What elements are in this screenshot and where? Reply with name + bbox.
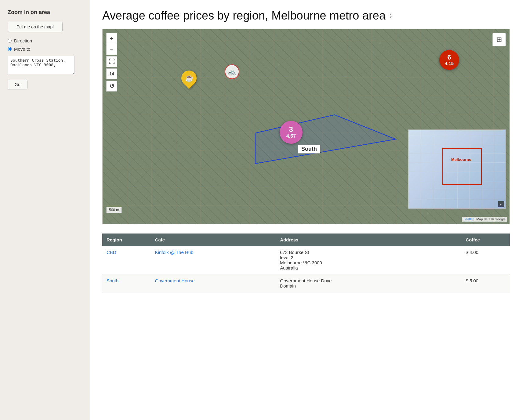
direction-label: Direction bbox=[14, 38, 32, 43]
col-header-coffee: Coffee bbox=[461, 234, 510, 246]
moveto-label: Move to bbox=[14, 46, 30, 52]
region-link[interactable]: South bbox=[107, 278, 118, 283]
table-cell-region: CBD bbox=[102, 246, 151, 274]
coffee-icon: ☕ bbox=[185, 74, 193, 82]
extra-controls: ⛶ bbox=[106, 56, 117, 67]
bike-marker[interactable]: 🚲 bbox=[225, 64, 239, 79]
cafe-link[interactable]: Government House bbox=[155, 278, 195, 283]
mini-map-collapse-button[interactable]: ↙ bbox=[498, 201, 504, 207]
cafe-link[interactable]: Kinfolk @ The Hub bbox=[155, 250, 194, 255]
reset-button[interactable]: ↺ bbox=[106, 81, 117, 92]
zoom-in-button[interactable]: + bbox=[106, 33, 117, 44]
direction-radio-item[interactable]: Direction bbox=[8, 38, 82, 43]
pink-cluster-price: 4.67 bbox=[286, 133, 296, 139]
map-controls: + − ⛶ 14 ↺ bbox=[106, 33, 117, 93]
sort-icons[interactable]: ▲ ▼ bbox=[389, 13, 392, 19]
col-header-region: Region bbox=[102, 234, 151, 246]
table-cell-coffee: $ 4.00 bbox=[461, 246, 510, 274]
sidebar-title: Zoom in on area bbox=[8, 9, 82, 16]
south-label: South bbox=[298, 145, 320, 154]
coffee-marker-bubble: ☕ bbox=[178, 67, 200, 89]
map-container[interactable]: + − ⛶ 14 ↺ ⊞ ☕ bbox=[102, 29, 510, 224]
red-cluster-count: 6 bbox=[447, 54, 451, 61]
sidebar: Zoom in on area Put me on the map! Direc… bbox=[0, 0, 90, 420]
scale-bar: 500 m bbox=[106, 207, 122, 213]
go-button[interactable]: Go bbox=[8, 80, 27, 89]
mini-map[interactable]: Melbourne ↙ bbox=[408, 129, 506, 209]
coffee-marker[interactable]: ☕ bbox=[181, 71, 197, 86]
page-title: Average coffee prices by region, Melbour… bbox=[102, 9, 510, 22]
table-cell-address: 673 Bourke St level 2 Melbourne VIC 3000… bbox=[276, 246, 461, 274]
table-cell-cafe: Kinfolk @ The Hub bbox=[151, 246, 276, 274]
table-cell-cafe: Government House bbox=[151, 274, 276, 292]
pink-cluster-marker[interactable]: 3 4.67 bbox=[280, 121, 303, 144]
col-header-cafe: Cafe bbox=[151, 234, 276, 246]
reset-control: ↺ bbox=[106, 81, 117, 92]
svg-marker-0 bbox=[255, 115, 396, 164]
put-me-on-map-button[interactable]: Put me on the map! bbox=[8, 22, 63, 32]
zoom-out-button[interactable]: − bbox=[106, 44, 117, 55]
region-link[interactable]: CBD bbox=[107, 250, 116, 255]
sort-up-icon[interactable]: ▲ bbox=[389, 13, 392, 16]
sort-down-icon[interactable]: ▼ bbox=[389, 16, 392, 19]
moveto-radio-item[interactable]: Move to bbox=[8, 46, 82, 52]
radio-group: Direction Move to bbox=[8, 38, 82, 52]
main-content: Average coffee prices by region, Melbour… bbox=[90, 0, 522, 420]
location-textarea[interactable]: Southern Cross Station, Docklands VIC 30… bbox=[8, 56, 75, 74]
mini-map-viewport-rect bbox=[442, 148, 482, 185]
moveto-radio[interactable] bbox=[8, 47, 12, 51]
red-cluster-marker[interactable]: 6 4.15 bbox=[439, 50, 459, 70]
col-header-address: Address bbox=[276, 234, 461, 246]
zoom-controls: + − bbox=[106, 33, 117, 55]
map-attribution: Leaflet | Map data © Google bbox=[462, 217, 507, 222]
pink-cluster-count: 3 bbox=[289, 126, 293, 133]
table-row: SouthGovernment HouseGovernment House Dr… bbox=[102, 274, 510, 292]
leaflet-link[interactable]: Leaflet bbox=[463, 217, 473, 221]
red-cluster-price: 4.15 bbox=[445, 61, 454, 66]
table-cell-region: South bbox=[102, 274, 151, 292]
data-table: Region Cafe Address Coffee CBDKinfolk @ … bbox=[102, 234, 510, 292]
mini-map-inner: Melbourne bbox=[408, 130, 506, 208]
table-cell-address: Government House Drive Domain bbox=[276, 274, 461, 292]
table-row: CBDKinfolk @ The Hub673 Bourke St level … bbox=[102, 246, 510, 274]
direction-radio[interactable] bbox=[8, 39, 12, 43]
blue-polygon bbox=[249, 109, 402, 170]
layers-icon: ⊞ bbox=[496, 36, 502, 44]
map-data-text: | Map data © Google bbox=[475, 217, 506, 221]
layers-button[interactable]: ⊞ bbox=[492, 33, 506, 46]
mini-map-label: Melbourne bbox=[451, 157, 471, 162]
table-header-row: Region Cafe Address Coffee bbox=[102, 234, 510, 246]
table-cell-coffee: $ 5.00 bbox=[461, 274, 510, 292]
bike-icon: 🚲 bbox=[228, 68, 236, 76]
fullscreen-button[interactable]: ⛶ bbox=[106, 56, 117, 67]
zoom-level-control: 14 bbox=[106, 68, 117, 79]
zoom-level-display[interactable]: 14 bbox=[106, 68, 117, 79]
